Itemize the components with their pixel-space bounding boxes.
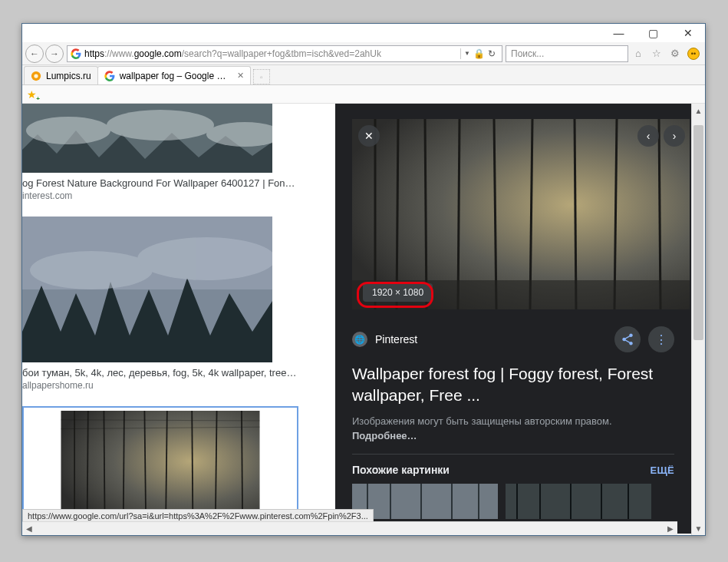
new-tab-button[interactable]: ▫ <box>253 69 270 84</box>
image-result[interactable]: бои туман, 5k, 4k, лес, деревья, fog, 5k… <box>22 217 329 391</box>
result-source: interest.com <box>22 190 329 201</box>
svg-line-14 <box>124 411 124 523</box>
tab-strip: Lumpics.ru wallpaper fog – Google По... … <box>22 65 705 85</box>
more-menu-button[interactable]: ⋮ <box>648 326 674 352</box>
result-caption: бои туман, 5k, 4k, лес, деревья, fog, 5k… <box>22 367 298 379</box>
search-input[interactable]: Поиск... <box>506 45 628 62</box>
lumpics-favicon-icon <box>31 71 41 81</box>
related-image[interactable] <box>506 484 651 519</box>
back-button[interactable]: ← <box>25 45 44 63</box>
svg-rect-33 <box>352 484 498 519</box>
image-detail-panel: ✕ ‹ › 1920 × 1080 🌐 Pinterest ⋮ Wallpape… <box>335 104 691 534</box>
related-label: Похожие картинки <box>352 464 450 476</box>
lock-icon: 🔒 <box>473 48 485 59</box>
svg-point-4 <box>107 110 214 140</box>
image-result[interactable]: og Forest Nature Background For Wallpape… <box>22 104 329 201</box>
panel-next-button[interactable]: › <box>664 125 685 147</box>
share-button[interactable] <box>614 326 641 352</box>
panel-close-button[interactable]: ✕ <box>358 125 380 147</box>
bookmarks-bar: ★+ <box>22 85 705 104</box>
window-titlebar: — ▢ ✕ <box>22 24 705 42</box>
globe-icon: 🌐 <box>352 332 367 347</box>
panel-prev-button[interactable]: ‹ <box>637 125 659 147</box>
window-maximize-button[interactable]: ▢ <box>636 24 670 42</box>
favorites-icon[interactable]: ☆ <box>648 45 665 62</box>
result-caption: og Forest Nature Background For Wallpape… <box>22 177 298 189</box>
home-icon[interactable]: ⌂ <box>630 45 647 62</box>
svg-line-19 <box>242 411 242 523</box>
preview-image[interactable]: ✕ ‹ › 1920 × 1080 <box>352 119 690 309</box>
window-minimize-button[interactable]: — <box>601 24 636 42</box>
svg-line-12 <box>87 411 88 523</box>
image-dimensions-badge: 1920 × 1080 <box>363 283 433 302</box>
address-bar[interactable]: https://www.google.com/search?q=wallpape… <box>67 45 502 62</box>
svg-point-8 <box>30 251 153 289</box>
svg-point-9 <box>137 237 272 280</box>
google-favicon-icon <box>71 48 81 59</box>
svg-rect-10 <box>61 411 259 523</box>
copyright-notice: Изображения могут быть защищены авторски… <box>352 415 674 444</box>
related-image[interactable] <box>352 484 498 519</box>
related-more-link[interactable]: ЕЩЁ <box>650 464 674 476</box>
refresh-icon[interactable]: ↻ <box>488 48 496 59</box>
learn-more-link[interactable]: Подробнее… <box>352 430 417 441</box>
page-content: og Forest Nature Background For Wallpape… <box>22 104 691 535</box>
forward-button[interactable]: → <box>45 45 64 63</box>
horizontal-scrollbar[interactable]: ◀▶ <box>22 521 677 535</box>
google-favicon-icon <box>104 71 115 81</box>
settings-gear-icon[interactable]: ⚙ <box>667 45 684 62</box>
svg-point-1 <box>34 74 38 78</box>
feedback-smile-icon[interactable]: •• <box>685 45 702 62</box>
window-close-button[interactable]: ✕ <box>670 24 705 42</box>
svg-rect-39 <box>506 484 651 519</box>
vertical-scrollbar[interactable]: ▲ ▼ <box>691 104 705 535</box>
tab-google-images[interactable]: wallpaper fog – Google По... ✕ <box>97 66 251 84</box>
source-name[interactable]: Pinterest <box>375 333 417 345</box>
svg-line-13 <box>104 411 104 523</box>
result-source: allpapershome.ru <box>22 380 329 391</box>
url-text: https://www.google.com/search?q=wallpape… <box>84 48 457 59</box>
tab-close-icon[interactable]: ✕ <box>237 71 244 81</box>
svg-point-3 <box>26 117 110 144</box>
add-bookmark-icon[interactable]: ★+ <box>27 88 37 101</box>
image-title[interactable]: Wallpaper forest fog | Foggy forest, For… <box>352 363 674 407</box>
tab-lumpics[interactable]: Lumpics.ru <box>24 66 98 84</box>
browser-toolbar: ← → https://www.google.com/search?q=wall… <box>22 42 705 65</box>
